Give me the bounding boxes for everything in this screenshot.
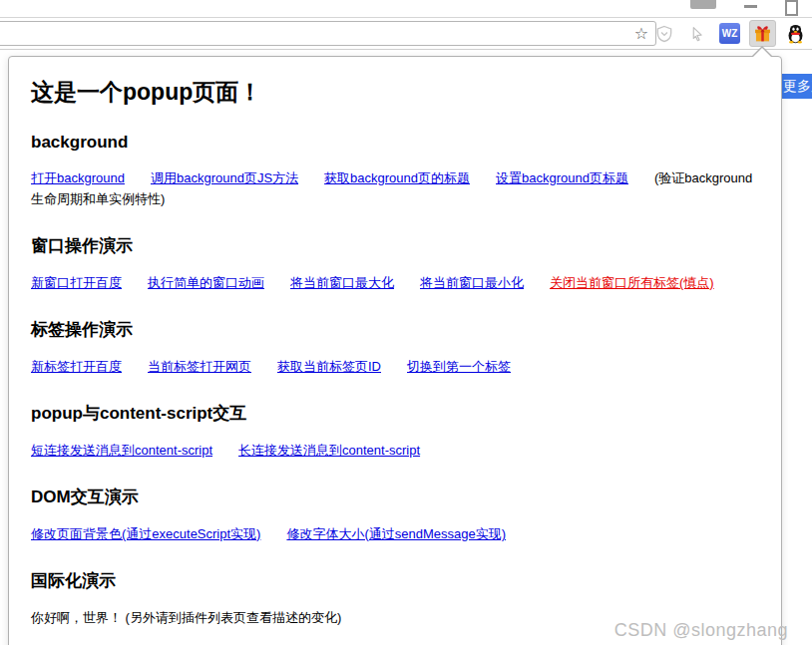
section-heading: popup与content-script交互: [31, 402, 761, 425]
popup-link[interactable]: 打开background: [31, 170, 125, 185]
extension-icons-row: WZ: [650, 20, 809, 47]
popup-link[interactable]: 修改页面背景色(通过executeScript实现): [31, 526, 260, 541]
popup-link[interactable]: 关闭当前窗口所有标签(慎点): [550, 275, 714, 290]
window-button-ghost[interactable]: [690, 0, 716, 9]
cursor-arrow-icon[interactable]: [683, 20, 710, 47]
popup-link[interactable]: 新标签打开百度: [31, 359, 122, 374]
extension-popup: 这是一个popup页面！ background打开background调用bac…: [8, 56, 782, 645]
more-products-badge[interactable]: 更多产: [777, 74, 812, 99]
popup-caret-fill: [752, 48, 772, 58]
popup-section: DOM交互演示修改页面背景色(通过executeScript实现)修改字体大小(…: [31, 485, 761, 544]
wz-icon-label: WZ: [719, 23, 740, 44]
browser-toolbar: ☆ WZ: [0, 17, 812, 50]
section-row: 新窗口打开百度执行简单的窗口动画将当前窗口最大化将当前窗口最小化关闭当前窗口所有…: [31, 272, 761, 293]
popup-link[interactable]: 执行简单的窗口动画: [148, 275, 264, 290]
popup-link[interactable]: 切换到第一个标签: [407, 359, 511, 374]
popup-link[interactable]: 新窗口打开百度: [31, 275, 122, 290]
popup-section: 窗口操作演示新窗口打开百度执行简单的窗口动画将当前窗口最大化将当前窗口最小化关闭…: [31, 234, 761, 293]
section-heading: 国际化演示: [31, 569, 761, 592]
section-row: 新标签打开百度当前标签打开网页获取当前标签页ID切换到第一个标签: [31, 356, 761, 377]
popup-link[interactable]: 将当前窗口最大化: [290, 275, 394, 290]
qq-icon[interactable]: [782, 20, 809, 47]
popup-section: background打开background调用background页JS方法获…: [31, 133, 761, 209]
popup-link[interactable]: 修改字体大小(通过sendMessage实现): [286, 526, 506, 541]
popup-link[interactable]: 短连接发送消息到content-script: [31, 443, 212, 458]
restore-window-icon[interactable]: [785, 0, 798, 16]
popup-link[interactable]: 长连接发送消息到content-script: [238, 443, 420, 458]
popup-link[interactable]: 设置background页标题: [496, 170, 628, 185]
bookmark-star-icon[interactable]: ☆: [634, 23, 648, 44]
shield-icon[interactable]: [650, 20, 677, 47]
section-row: 短连接发送消息到content-script长连接发送消息到content-sc…: [31, 440, 761, 461]
minimize-icon[interactable]: [744, 5, 757, 8]
popup-link[interactable]: 当前标签打开网页: [148, 359, 251, 374]
watermark: CSDN @slongzhang: [614, 620, 788, 641]
section-heading: DOM交互演示: [31, 485, 761, 508]
section-heading: background: [31, 133, 761, 153]
popup-link[interactable]: 调用background页JS方法: [151, 170, 298, 185]
gift-icon[interactable]: [749, 20, 776, 47]
popup-link[interactable]: 将当前窗口最小化: [420, 275, 524, 290]
popup-link[interactable]: 获取当前标签页ID: [277, 359, 381, 374]
popup-sections: background打开background调用background页JS方法获…: [31, 133, 761, 645]
section-row: 打开background调用background页JS方法获取backgroun…: [31, 167, 761, 209]
window-controls: [690, 0, 798, 16]
popup-section: popup与content-script交互短连接发送消息到content-sc…: [31, 402, 761, 461]
address-bar[interactable]: ☆: [0, 21, 656, 46]
popup-link[interactable]: 获取background页的标题: [324, 170, 470, 185]
section-row: 修改页面背景色(通过executeScript实现)修改字体大小(通过sendM…: [31, 523, 761, 544]
section-text: 你好啊，世界！ (另外请到插件列表页查看描述的变化): [31, 610, 341, 625]
popup-section: 标签操作演示新标签打开百度当前标签打开网页获取当前标签页ID切换到第一个标签: [31, 318, 761, 377]
section-heading: 标签操作演示: [31, 318, 761, 341]
section-heading: 窗口操作演示: [31, 234, 761, 257]
wz-icon[interactable]: WZ: [716, 20, 743, 47]
popup-title: 这是一个popup页面！: [31, 77, 761, 108]
browser-titlebar: [0, 0, 812, 17]
